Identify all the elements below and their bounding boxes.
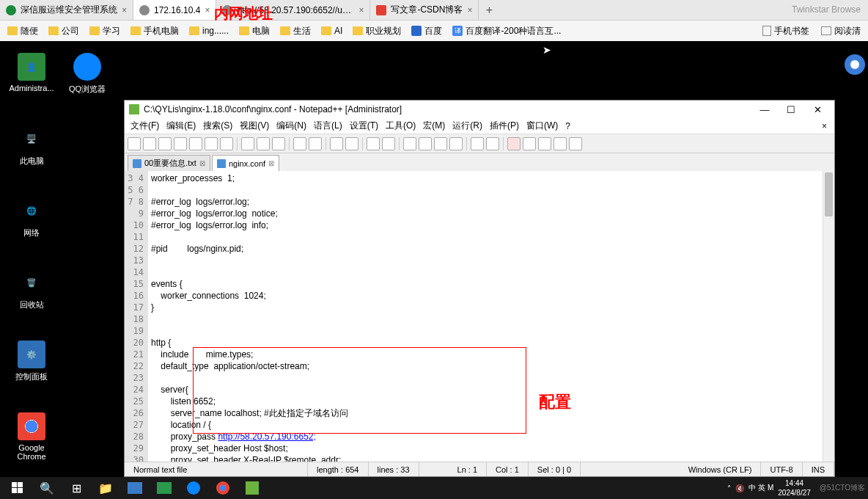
desktop-icon-thispc[interactable]: 🖥️此电脑 (4, 125, 59, 167)
reading-list-button[interactable]: 阅读清 (818, 23, 864, 39)
tray-ime[interactable]: 中 英 M (749, 483, 773, 493)
desktop-icon-administrator[interactable]: 👤Administra... (4, 53, 59, 92)
tb-allchars-icon[interactable] (434, 137, 447, 150)
browser-tab-1[interactable]: 深信服运维安全管理系统 × (0, 0, 133, 20)
close-button[interactable]: ✕ (805, 101, 830, 117)
tray-volume-icon[interactable]: 🔇 (735, 484, 744, 492)
bookmark-item[interactable]: 随便 (4, 23, 41, 39)
tray-chevron-icon[interactable]: ˄ (727, 484, 731, 492)
taskbar-clock[interactable]: 14:44 2024/8/27 (778, 478, 815, 498)
close-icon[interactable]: × (122, 5, 127, 15)
taskbar-chrome[interactable] (208, 477, 238, 499)
bookmark-item[interactable]: 百度 (408, 23, 445, 39)
bookmark-item[interactable]: ing...... (186, 24, 232, 37)
tb-save-icon[interactable] (158, 137, 172, 150)
menu-file[interactable]: 文件(F) (128, 118, 162, 134)
code-content[interactable]: worker_processes 1; #error_log logs/erro… (148, 171, 823, 462)
status-col: Col : 1 (487, 462, 529, 476)
taskbar-app2[interactable] (150, 477, 179, 499)
desktop-icon-network[interactable]: 🌐网络 (4, 197, 59, 238)
bookmark-item[interactable]: AI (318, 24, 345, 37)
tb-find-icon[interactable] (330, 137, 343, 150)
tb-redo-icon[interactable] (309, 137, 322, 150)
tb-print-icon[interactable] (220, 137, 233, 150)
desktop-icon-recyclebin[interactable]: 🗑️回收站 (4, 269, 59, 310)
menu-edit[interactable]: 编辑(E) (163, 118, 199, 134)
tb-paste-icon[interactable] (272, 137, 285, 150)
bookmark-label: 百度翻译-200种语言互... (466, 25, 561, 37)
filetab-2[interactable]: nginx.conf⊠ (212, 155, 279, 171)
tb-savemacro-icon[interactable] (569, 137, 582, 150)
close-icon[interactable]: × (205, 5, 210, 15)
close-icon[interactable]: × (358, 5, 364, 15)
taskbar-explorer[interactable]: 📁 (91, 477, 120, 499)
menu-language[interactable]: 语言(L) (311, 118, 345, 134)
filetab-1[interactable]: 00重要信息.txt⊠ (128, 155, 210, 171)
tb-record-icon[interactable] (507, 137, 521, 150)
bookmark-item[interactable]: 职业规划 (350, 23, 404, 39)
tb-zoomin-icon[interactable] (367, 137, 380, 150)
browser-tab-2[interactable]: 172.16.10.4 × (133, 0, 216, 20)
scroll-thumb[interactable] (825, 172, 833, 216)
tb-folder-icon[interactable] (471, 137, 484, 150)
menu-window[interactable]: 窗口(W) (523, 118, 561, 134)
menu-help[interactable]: ? (562, 120, 573, 133)
browser-tab-4[interactable]: 写文章-CSDN博客 × (370, 0, 479, 20)
menu-tools[interactable]: 工具(O) (383, 118, 419, 134)
icon-label: Google Chrome (4, 443, 59, 461)
new-tab-button[interactable]: + (479, 0, 499, 20)
taskview-button[interactable]: ⊞ (62, 477, 91, 499)
close-icon[interactable]: ⊠ (199, 159, 205, 167)
close-icon[interactable]: × (467, 5, 472, 15)
desktop-icon-chrome[interactable]: Google Chrome (4, 412, 59, 461)
close-icon[interactable]: ⊠ (268, 159, 274, 167)
tb-copy-icon[interactable] (257, 137, 270, 150)
titlebar[interactable]: C:\QYLis\nginx-1.18.0\conf\nginx.conf - … (125, 101, 834, 118)
tb-closeall-icon[interactable] (205, 137, 218, 150)
browser-tab-3[interactable]: http://58.20.57.190:6652//uploadl × (216, 0, 370, 20)
bookmark-item[interactable]: 生活 (277, 23, 314, 39)
maximize-button[interactable]: ☐ (779, 101, 803, 117)
tb-open-icon[interactable] (143, 137, 156, 150)
taskbar-app1[interactable] (120, 477, 150, 499)
minimize-button[interactable]: — (752, 101, 777, 117)
tb-cut-icon[interactable] (241, 137, 254, 150)
menu-view[interactable]: 视图(V) (237, 118, 272, 134)
search-button[interactable]: 🔍 (32, 477, 62, 499)
menu-macro[interactable]: 宏(M) (420, 118, 448, 134)
menu-run[interactable]: 运行(R) (449, 118, 485, 134)
mobile-bookmarks-button[interactable]: 手机书签 (760, 23, 812, 39)
tb-saveall-icon[interactable] (174, 137, 187, 150)
tb-wrap-icon[interactable] (419, 137, 432, 150)
bookmark-item[interactable]: 学习 (87, 23, 123, 39)
bookmark-item[interactable]: 译百度翻译-200种语言互... (449, 23, 564, 39)
tb-sync-icon[interactable] (403, 137, 416, 150)
tb-zoomout-icon[interactable] (382, 137, 395, 150)
menu-close-doc[interactable]: × (817, 121, 831, 131)
tb-close-icon[interactable] (189, 137, 202, 150)
assist-circle-button[interactable] (845, 54, 865, 75)
desktop-icon-controlpanel[interactable]: ⚙️控制面板 (4, 340, 59, 382)
tb-monitor-icon[interactable] (486, 137, 499, 150)
taskbar-notepadpp[interactable] (238, 477, 267, 499)
bookmark-item[interactable]: 电脑 (236, 23, 273, 39)
tb-play-icon[interactable] (523, 137, 536, 150)
menu-settings[interactable]: 设置(T) (347, 118, 381, 134)
menu-search[interactable]: 搜索(S) (200, 118, 235, 134)
tb-stop-icon[interactable] (538, 137, 551, 150)
menu-plugins[interactable]: 插件(P) (487, 118, 522, 134)
start-button[interactable] (3, 477, 32, 499)
menu-encoding[interactable]: 编码(N) (273, 118, 309, 134)
tb-indent-icon[interactable] (449, 137, 463, 150)
taskbar-qqbrowser[interactable] (179, 477, 208, 499)
editor-area[interactable]: 3 4 5 6 7 8 9 10 11 12 13 14 15 16 17 18… (125, 171, 834, 462)
status-eol: Windows (CR LF) (680, 462, 762, 476)
desktop-icon-qqbrowser[interactable]: QQ浏览器 (60, 53, 114, 95)
tb-playback-icon[interactable] (553, 137, 567, 150)
vertical-scrollbar[interactable] (823, 171, 834, 462)
tb-new-icon[interactable] (128, 137, 141, 150)
tb-undo-icon[interactable] (293, 137, 306, 150)
bookmark-item[interactable]: 手机电脑 (128, 23, 182, 39)
tb-replace-icon[interactable] (345, 137, 358, 150)
bookmark-item[interactable]: 公司 (45, 23, 82, 39)
